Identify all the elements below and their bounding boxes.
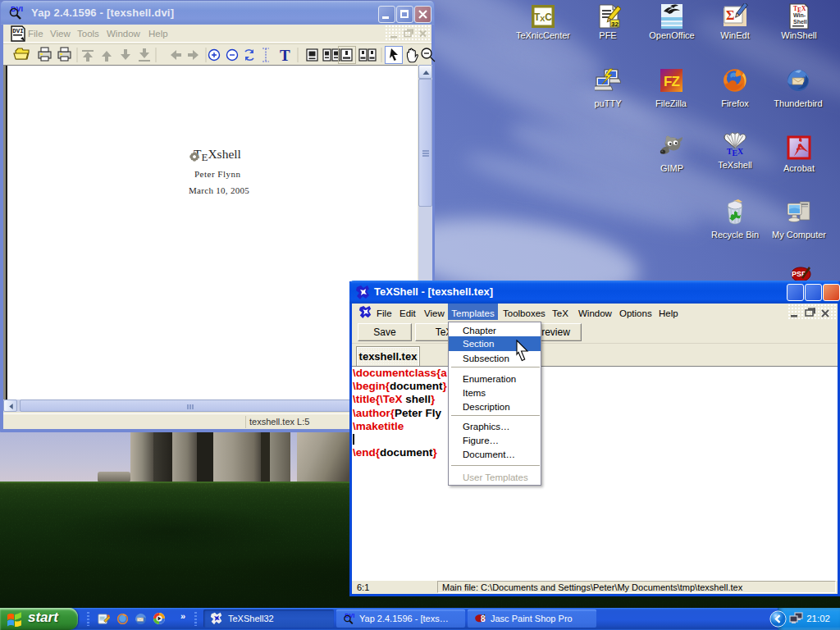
svg-text:Win-: Win- xyxy=(793,12,806,18)
svg-text:FZ: FZ xyxy=(664,74,679,89)
svg-text:Σ: Σ xyxy=(726,8,734,22)
svg-text:Shell: Shell xyxy=(793,19,807,25)
svg-text:TEX: TEX xyxy=(727,147,743,158)
svg-text:T: T xyxy=(280,47,290,64)
svg-text:32: 32 xyxy=(611,21,619,28)
svg-text:DVI: DVI xyxy=(12,28,24,34)
